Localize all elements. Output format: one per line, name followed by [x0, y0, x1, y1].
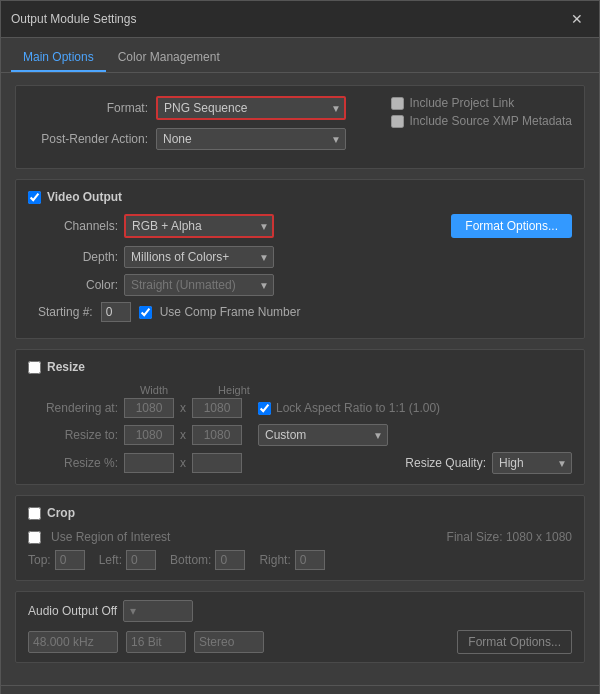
resize-section: Resize Width Height Rendering at: x Lock…	[15, 349, 585, 485]
quality-label: Resize Quality:	[405, 456, 486, 470]
resize-checkbox[interactable]	[28, 361, 41, 374]
color-label: Color:	[28, 278, 118, 292]
col-headers: Width Height	[124, 384, 572, 396]
right-coord: Right:	[259, 550, 324, 570]
rendering-row: Rendering at: x Lock Aspect Ratio to 1:1…	[28, 398, 572, 418]
channels-select[interactable]: RGB + Alpha	[124, 214, 274, 238]
top-coord: Top:	[28, 550, 85, 570]
include-project-label: Include Project Link	[409, 96, 514, 110]
depth-select-wrapper: Millions of Colors+ ▼	[124, 246, 274, 268]
color-row: Color: Straight (Unmatted) ▼	[28, 274, 572, 296]
crop-coords: Top: Left: Bottom: Right:	[28, 550, 572, 570]
quality-select-wrapper: High ▼	[492, 452, 572, 474]
color-select-wrapper: Straight (Unmatted) ▼	[124, 274, 274, 296]
tab-bar: Main Options Color Management	[1, 38, 599, 73]
main-content: Format: PNG Sequence ▼ Post-Render Actio…	[1, 73, 599, 685]
channels-row: Channels: RGB + Alpha ▼ Format Options..…	[28, 214, 572, 238]
resize-pct-width[interactable]	[124, 453, 174, 473]
depth-label: Depth:	[28, 250, 118, 264]
include-project-row: Include Project Link	[391, 96, 572, 110]
resize-pct-height[interactable]	[192, 453, 242, 473]
crop-section: Crop Use Region of Interest Final Size: …	[15, 495, 585, 581]
close-button[interactable]: ✕	[565, 9, 589, 29]
x-sep-3: x	[180, 456, 186, 470]
resize-pct-label: Resize %:	[28, 456, 118, 470]
post-render-row: Post-Render Action: None ▼	[28, 128, 383, 150]
left-label: Left:	[99, 553, 122, 567]
left-input[interactable]	[126, 550, 156, 570]
channels-label: Channels:	[28, 219, 118, 233]
use-comp-checkbox[interactable]	[139, 306, 152, 319]
format-options-button[interactable]: Format Options...	[451, 214, 572, 238]
starting-row: Starting #: Use Comp Frame Number	[28, 302, 572, 322]
include-source-label: Include Source XMP Metadata	[409, 114, 572, 128]
audio-format-options-button[interactable]: Format Options...	[457, 630, 572, 654]
rendering-width[interactable]	[124, 398, 174, 418]
x-sep-2: x	[180, 428, 186, 442]
audio-footer: 48.000 kHz 16 Bit Stereo Format Options.…	[28, 630, 572, 654]
stereo-select-wrapper: Stereo	[194, 631, 264, 653]
include-project-checkbox[interactable]	[391, 97, 404, 110]
starting-input[interactable]	[101, 302, 131, 322]
depth-select[interactable]: Millions of Colors+	[124, 246, 274, 268]
quality-row: Resize Quality: High ▼	[405, 452, 572, 474]
lock-label: Lock Aspect Ratio to 1:1 (1.00)	[276, 401, 440, 415]
resize-to-height[interactable]	[192, 425, 242, 445]
post-render-select[interactable]: None	[156, 128, 346, 150]
height-col-header: Height	[204, 384, 264, 396]
dialog-footer: OK Cancel	[1, 685, 599, 694]
crop-label: Crop	[47, 506, 75, 520]
top-label: Top:	[28, 553, 51, 567]
include-source-checkbox[interactable]	[391, 115, 404, 128]
rendering-height[interactable]	[192, 398, 242, 418]
audio-off-select[interactable]: ▾	[123, 600, 193, 622]
lock-row: Lock Aspect Ratio to 1:1 (1.00)	[258, 401, 440, 415]
width-col-header: Width	[124, 384, 184, 396]
resize-to-row: Resize to: x Custom ▼	[28, 424, 572, 446]
audio-label: Audio Output Off	[28, 604, 117, 618]
quality-select[interactable]: High	[492, 452, 572, 474]
crop-roi-row: Use Region of Interest Final Size: 1080 …	[28, 530, 572, 544]
stereo-select[interactable]: Stereo	[194, 631, 264, 653]
use-roi-checkbox[interactable]	[28, 531, 41, 544]
audio-header: Audio Output Off ▾	[28, 600, 572, 622]
depth-row: Depth: Millions of Colors+ ▼	[28, 246, 572, 268]
title-bar: Output Module Settings ✕	[1, 1, 599, 38]
khz-select-wrapper: 48.000 kHz	[28, 631, 118, 653]
tab-main[interactable]: Main Options	[11, 44, 106, 72]
left-coord: Left:	[99, 550, 156, 570]
tab-color-management[interactable]: Color Management	[106, 44, 232, 72]
color-select[interactable]: Straight (Unmatted)	[124, 274, 274, 296]
crop-header: Crop	[28, 506, 572, 520]
right-label: Right:	[259, 553, 290, 567]
resize-to-width[interactable]	[124, 425, 174, 445]
custom-select[interactable]: Custom	[258, 424, 388, 446]
video-output-section: Video Output Channels: RGB + Alpha ▼ For…	[15, 179, 585, 339]
x-sep-1: x	[180, 401, 186, 415]
resize-label: Resize	[47, 360, 85, 374]
format-select-wrapper: PNG Sequence ▼	[156, 96, 346, 120]
format-label: Format:	[28, 101, 148, 115]
output-module-dialog: Output Module Settings ✕ Main Options Co…	[0, 0, 600, 694]
top-input[interactable]	[55, 550, 85, 570]
video-output-header: Video Output	[28, 190, 572, 204]
khz-select[interactable]: 48.000 kHz	[28, 631, 118, 653]
bottom-input[interactable]	[215, 550, 245, 570]
audio-section: Audio Output Off ▾ 48.000 kHz 16 Bit	[15, 591, 585, 663]
format-section: Format: PNG Sequence ▼ Post-Render Actio…	[15, 85, 585, 169]
lock-aspect-checkbox[interactable]	[258, 402, 271, 415]
video-output-label: Video Output	[47, 190, 122, 204]
format-row: Format: PNG Sequence ▼	[28, 96, 383, 120]
use-comp-label: Use Comp Frame Number	[160, 305, 301, 319]
crop-checkbox[interactable]	[28, 507, 41, 520]
bottom-coord: Bottom:	[170, 550, 245, 570]
audio-off-select-wrapper: ▾	[123, 600, 193, 622]
bit-select[interactable]: 16 Bit	[126, 631, 186, 653]
use-roi-label: Use Region of Interest	[51, 530, 170, 544]
right-input[interactable]	[295, 550, 325, 570]
rendering-label: Rendering at:	[28, 401, 118, 415]
format-select[interactable]: PNG Sequence	[156, 96, 346, 120]
video-output-checkbox[interactable]	[28, 191, 41, 204]
include-options: Include Project Link Include Source XMP …	[391, 96, 572, 128]
post-render-label: Post-Render Action:	[28, 132, 148, 146]
